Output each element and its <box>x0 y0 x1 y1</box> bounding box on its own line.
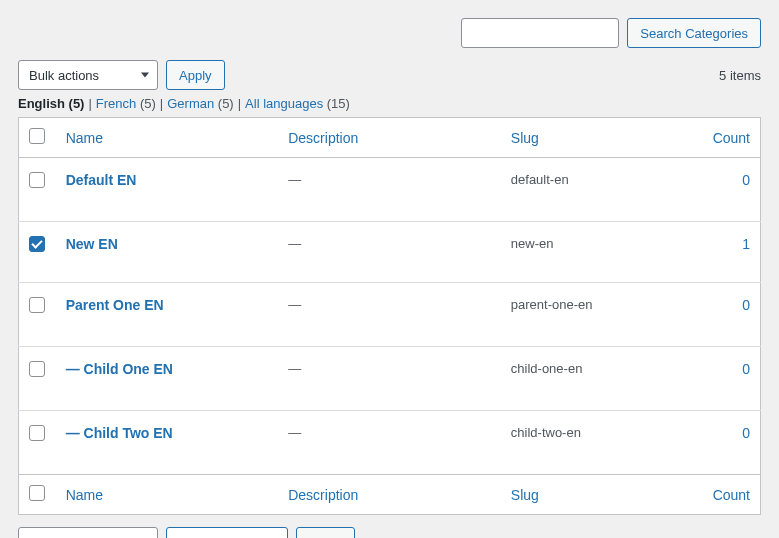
language-filter: English (5)|French (5)|German (5)|All la… <box>18 96 761 111</box>
tablenav-bottom: Set parent Parent One EN Apply 5 items <box>18 527 761 538</box>
row-slug: new-en <box>511 236 554 251</box>
lang-filter-active: English (5) <box>18 96 84 111</box>
search-bar: Search Categories <box>18 18 761 48</box>
row-title-link[interactable]: — Child Two EN <box>66 425 173 441</box>
column-name-footer[interactable]: Name <box>66 487 103 503</box>
lang-filter-count: (15) <box>327 96 350 111</box>
column-count[interactable]: Count <box>713 130 750 146</box>
row-description: — <box>288 297 301 312</box>
search-input[interactable] <box>461 18 619 48</box>
row-checkbox[interactable] <box>29 425 45 441</box>
row-slug: default-en <box>511 172 569 187</box>
tablenav-top: Bulk actions Apply 5 items <box>18 60 761 90</box>
row-description: — <box>288 236 301 251</box>
row-title-link[interactable]: Default EN <box>66 172 137 188</box>
row-description: — <box>288 361 301 376</box>
column-description[interactable]: Description <box>288 130 358 146</box>
row-count-link[interactable]: 0 <box>742 425 750 441</box>
bulk-actions: Bulk actions Apply <box>18 60 225 90</box>
table-row: Default EN—default-en0 <box>19 158 761 222</box>
column-name[interactable]: Name <box>66 130 103 146</box>
row-description: — <box>288 425 301 440</box>
lang-filter-count: (5) <box>140 96 156 111</box>
row-title-link[interactable]: New EN <box>66 236 118 252</box>
lang-filter-link[interactable]: German <box>167 96 214 111</box>
table-row: New EN—new-en1 <box>19 222 761 283</box>
column-slug[interactable]: Slug <box>511 130 539 146</box>
row-count-link[interactable]: 0 <box>742 297 750 313</box>
row-slug: child-one-en <box>511 361 583 376</box>
row-checkbox[interactable] <box>29 172 45 188</box>
select-all-checkbox[interactable] <box>29 128 45 144</box>
filter-separator: | <box>88 96 91 111</box>
bulk-action-select[interactable]: Bulk actions <box>18 60 158 90</box>
row-count-link[interactable]: 0 <box>742 361 750 377</box>
bottom-apply-button[interactable]: Apply <box>296 527 355 538</box>
row-count-link[interactable]: 0 <box>742 172 750 188</box>
bottom-actions: Set parent Parent One EN Apply <box>18 527 355 538</box>
column-count-footer[interactable]: Count <box>713 487 750 503</box>
lang-filter-link[interactable]: French <box>96 96 136 111</box>
table-row: Parent One EN—parent-one-en0 <box>19 283 761 347</box>
parent-target-select[interactable]: Parent One EN <box>166 527 288 538</box>
column-slug-footer[interactable]: Slug <box>511 487 539 503</box>
filter-separator: | <box>160 96 163 111</box>
row-description: — <box>288 172 301 187</box>
row-title-link[interactable]: — Child One EN <box>66 361 173 377</box>
bulk-action-bottom-select[interactable]: Set parent <box>18 527 158 538</box>
search-categories-button[interactable]: Search Categories <box>627 18 761 48</box>
table-row: — Child One EN—child-one-en0 <box>19 347 761 411</box>
row-title-link[interactable]: Parent One EN <box>66 297 164 313</box>
lang-filter-count: (5) <box>218 96 234 111</box>
items-count-top: 5 items <box>719 68 761 83</box>
row-checkbox[interactable] <box>29 361 45 377</box>
filter-separator: | <box>238 96 241 111</box>
categories-table: Name Description Slug Count Default EN—d… <box>18 117 761 515</box>
row-checkbox[interactable] <box>29 236 45 252</box>
lang-filter-link[interactable]: All languages <box>245 96 323 111</box>
select-all-checkbox-footer[interactable] <box>29 485 45 501</box>
row-slug: parent-one-en <box>511 297 593 312</box>
bulk-apply-button[interactable]: Apply <box>166 60 225 90</box>
row-checkbox[interactable] <box>29 297 45 313</box>
table-row: — Child Two EN—child-two-en0 <box>19 411 761 475</box>
row-count-link[interactable]: 1 <box>742 236 750 252</box>
row-slug: child-two-en <box>511 425 581 440</box>
column-description-footer[interactable]: Description <box>288 487 358 503</box>
items-count-bottom: 5 items <box>719 535 761 539</box>
